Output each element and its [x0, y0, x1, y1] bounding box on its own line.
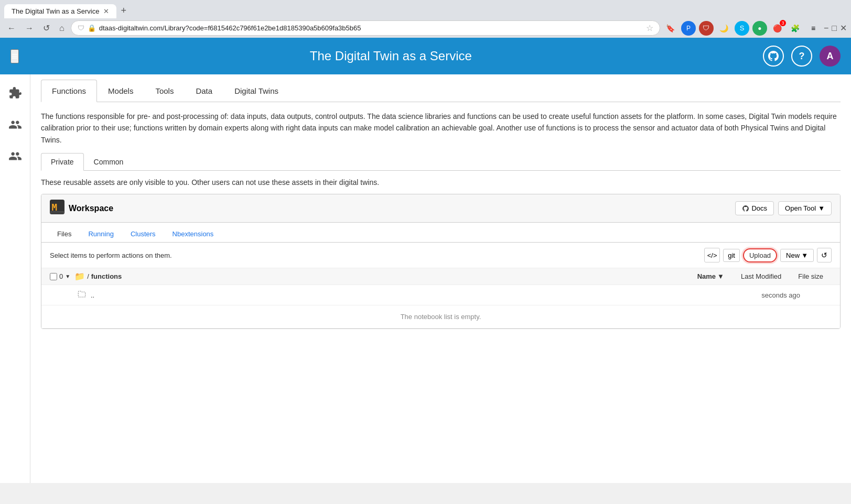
new-button[interactable]: New ▼ [780, 249, 814, 262]
folder-name[interactable]: functions [91, 272, 122, 280]
dropdown-count-icon[interactable]: ▼ [65, 273, 70, 279]
jupyter-tab-files[interactable]: Files [50, 227, 79, 242]
tab-tools[interactable]: Tools [144, 80, 185, 102]
refresh-button[interactable]: ↺ [40, 21, 53, 35]
hamburger-menu[interactable]: ≡ [10, 49, 19, 63]
browser-tab[interactable]: The Digital Twin as a Service ✕ [4, 4, 116, 18]
last-modified-cell: seconds ago [761, 291, 832, 299]
extensions-icon[interactable]: 🧩 [788, 21, 803, 36]
refresh-files-button[interactable]: ↺ [817, 248, 832, 262]
git-button[interactable]: git [723, 249, 740, 262]
menu-icon[interactable]: ≡ [806, 21, 821, 36]
file-table: 0 ▼ 📁 / functions Name ▼ L [41, 268, 840, 328]
jupyter-tab-clusters[interactable]: Clusters [123, 227, 163, 242]
sort-icon: ▼ [717, 272, 724, 280]
tab-digital-twins[interactable]: Digital Twins [223, 80, 289, 102]
tab-functions[interactable]: Functions [41, 80, 97, 102]
dark-reader-icon[interactable]: 🌙 [717, 21, 731, 36]
file-count: 0 [59, 272, 63, 280]
select-all-checkbox[interactable] [50, 273, 57, 280]
empty-notebook-message: The notebook list is empty. [41, 305, 840, 328]
home-button[interactable]: ⌂ [56, 22, 68, 35]
workspace-container: M Workspace Docs Open Tool ▼ [41, 194, 841, 329]
help-button[interactable]: ? [791, 46, 812, 67]
open-tool-button[interactable]: Open Tool ▼ [778, 201, 832, 215]
last-modified-column-header[interactable]: Last Modified [732, 271, 790, 281]
close-window-button[interactable]: ✕ [840, 23, 847, 33]
sub-tab-private[interactable]: Private [41, 153, 84, 171]
github-icon [767, 50, 780, 62]
svg-text:M: M [52, 202, 58, 213]
code-button[interactable]: </> [704, 248, 720, 262]
lock-icon: 🔒 [88, 24, 96, 32]
workspace-header: M Workspace Docs Open Tool ▼ [41, 194, 840, 223]
path-separator: / [87, 272, 89, 280]
new-tab-button[interactable]: + [116, 3, 131, 18]
docs-button[interactable]: Docs [735, 201, 774, 215]
new-dropdown-arrow-icon: ▼ [801, 251, 808, 259]
sidebar-item-users[interactable] [7, 116, 24, 133]
close-icon[interactable]: ✕ [103, 7, 109, 15]
file-size-column-header[interactable]: File size [790, 271, 832, 281]
shield-icon: 🛡 [78, 24, 84, 32]
select-message: Select items to perform actions on them. [50, 251, 172, 259]
github-small-icon [742, 205, 749, 212]
jupyter-tab-nbextensions[interactable]: Nbextensions [165, 227, 221, 242]
tab-title: The Digital Twin as a Service [12, 7, 99, 15]
upload-button[interactable]: Upload [743, 248, 777, 262]
star-icon[interactable]: ☆ [646, 23, 653, 33]
app-title: The Digital Twin as a Service [310, 49, 472, 63]
sub-tab-common[interactable]: Common [84, 153, 134, 170]
table-row[interactable]: .. seconds ago [41, 285, 840, 305]
back-button[interactable]: ← [4, 22, 19, 35]
tab-data[interactable]: Data [185, 80, 223, 102]
github-button[interactable] [763, 46, 784, 67]
refresh-icon: ↺ [821, 251, 827, 259]
ext3-icon[interactable]: ● [752, 21, 767, 36]
address-bar[interactable] [99, 24, 643, 32]
shield2-icon[interactable]: 🛡 [699, 21, 714, 36]
sub-tabs: Private Common [41, 153, 841, 171]
sidebar-item-puzzle[interactable] [7, 85, 24, 102]
user-avatar[interactable]: A [820, 46, 841, 67]
parent-folder-icon [77, 289, 87, 301]
skype-icon[interactable]: S [735, 21, 749, 36]
forward-button[interactable]: → [22, 22, 37, 35]
name-column-header[interactable]: Name ▼ [689, 271, 732, 281]
code-icon: </> [707, 251, 717, 259]
puzzle-icon [8, 86, 22, 100]
jupyter-tabs: Files Running Clusters Nbextensions [41, 223, 840, 243]
main-tabs: Functions Models Tools Data Digital Twin… [41, 80, 841, 102]
pocket-icon[interactable]: 🔖 [663, 21, 678, 36]
sidebar [0, 74, 30, 483]
workspace-logo-icon: M [50, 200, 64, 217]
users-icon [8, 118, 22, 132]
profile-icon[interactable]: P [681, 21, 696, 36]
folder-icon: 📁 [74, 271, 85, 281]
minimize-button[interactable]: − [824, 24, 828, 33]
jupyter-tab-running[interactable]: Running [81, 227, 121, 242]
functions-description: The functions responsible for pre- and p… [41, 102, 841, 153]
help-icon: ? [799, 51, 804, 62]
workspace-title-text: Workspace [69, 204, 113, 213]
parent-dir-text: .. [91, 291, 94, 299]
maximize-button[interactable]: □ [832, 24, 837, 33]
app-header: ≡ The Digital Twin as a Service ? A [0, 38, 851, 74]
private-note: These reusable assets are only visible t… [41, 178, 841, 187]
sidebar-item-admin[interactable] [7, 148, 24, 165]
dropdown-arrow-icon: ▼ [818, 204, 825, 212]
tab-models[interactable]: Models [97, 80, 144, 102]
main-layout: Functions Models Tools Data Digital Twin… [0, 74, 851, 483]
admin-icon [8, 149, 22, 163]
main-content: Functions Models Tools Data Digital Twin… [30, 74, 851, 483]
file-browser-toolbar: Select items to perform actions on them.… [41, 243, 840, 268]
file-table-header: 0 ▼ 📁 / functions Name ▼ L [41, 268, 840, 285]
ext4-icon[interactable]: 🔴3 [770, 21, 785, 36]
